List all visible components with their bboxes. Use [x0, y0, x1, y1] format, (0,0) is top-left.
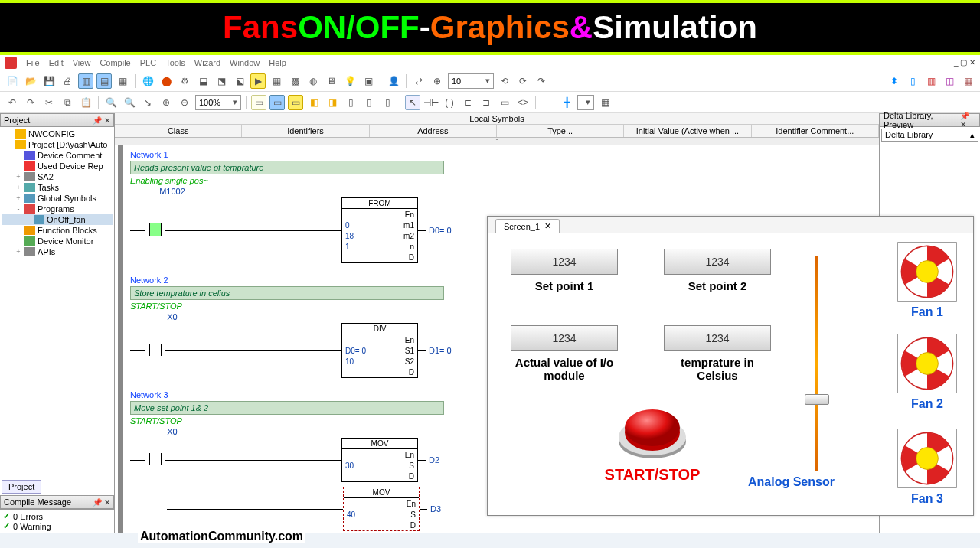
close-icon[interactable]: ✕	[544, 221, 551, 231]
undo-icon[interactable]: ↶	[5, 95, 20, 110]
column-header[interactable]: Class	[115, 125, 242, 137]
transfer-icon[interactable]: ⇄	[411, 73, 426, 89]
zoom-combo[interactable]: 10	[448, 73, 494, 89]
project-tree[interactable]: NWCONFIG-Project [D:\yash\Auto Device Co…	[0, 127, 114, 478]
compare-icon[interactable]: <>	[515, 95, 531, 110]
monitor-icon[interactable]: 🖥	[324, 73, 339, 89]
ld7-icon[interactable]: ▯	[361, 95, 377, 110]
rtool5-icon[interactable]: ▦	[960, 73, 975, 89]
rtool2-icon[interactable]: ▯	[905, 73, 920, 89]
menu-file[interactable]: File	[26, 58, 40, 67]
tool3-icon[interactable]: ⬔	[214, 73, 229, 89]
tree-item[interactable]: +SA2	[2, 171, 113, 182]
column-header[interactable]: Identifier Comment...	[752, 125, 879, 137]
column-header[interactable]: Initial Value (Active when ...	[624, 125, 751, 137]
refresh-icon[interactable]: ⟲	[497, 73, 512, 89]
rtool1-icon[interactable]: ⬍	[887, 73, 902, 89]
block-icon[interactable]: ▭	[497, 95, 512, 110]
branch2-icon[interactable]: ⊐	[479, 95, 494, 110]
step-icon[interactable]: ↷	[534, 73, 549, 89]
tool8-icon[interactable]: ▣	[361, 73, 376, 89]
numeric-display[interactable]: 1234Actual value of I/o module	[511, 325, 618, 382]
zoomin-icon[interactable]: ⊕	[158, 95, 174, 110]
splitter[interactable]: ˆ	[115, 138, 879, 145]
window1-icon[interactable]: ▥	[78, 73, 93, 89]
zoom-pct-combo[interactable]: 100%	[195, 95, 241, 110]
tree-item[interactable]: OnOff_fan	[2, 214, 113, 225]
cursor-icon[interactable]: ↖	[405, 95, 420, 110]
tree-item[interactable]: -Programs	[2, 204, 113, 214]
menu-tools[interactable]: Tools	[165, 58, 185, 67]
numeric-display[interactable]: 1234temprature in Celsius	[664, 325, 771, 382]
numeric-display[interactable]: 1234Set point 2	[664, 249, 771, 292]
tree-item[interactable]: +Tasks	[2, 182, 113, 193]
cut-icon[interactable]: ✂	[41, 95, 57, 110]
numeric-display[interactable]: 1234Set point 1	[511, 249, 618, 292]
grid-icon[interactable]: ▦	[597, 95, 612, 110]
library-select[interactable]: Delta Library▴	[881, 129, 978, 142]
ld2-icon[interactable]: ▭	[270, 95, 285, 110]
coil-icon[interactable]: ( )	[442, 95, 457, 110]
tree-item[interactable]: Device Monitor	[2, 236, 113, 246]
tool-icon[interactable]: ⚙	[177, 73, 192, 89]
person-icon[interactable]: 👤	[386, 73, 401, 89]
menu-help[interactable]: Help	[269, 58, 286, 67]
tool2-icon[interactable]: ⬓	[195, 73, 211, 89]
empty-combo[interactable]	[577, 95, 594, 110]
menu-edit[interactable]: Edit	[49, 58, 64, 67]
branch1-icon[interactable]: ⊏	[460, 95, 475, 110]
globe2-icon[interactable]: ⊕	[430, 73, 445, 89]
redo-icon[interactable]: ⟳	[515, 73, 531, 89]
tree-item[interactable]: NWCONFIG	[2, 129, 113, 139]
analog-slider[interactable]	[794, 256, 840, 471]
ld1-icon[interactable]: ▭	[251, 95, 266, 110]
ld8-icon[interactable]: ▯	[380, 95, 395, 110]
bulb-icon[interactable]: 💡	[342, 73, 358, 89]
contact-icon[interactable]: ⊣⊢	[423, 95, 439, 110]
copy-icon[interactable]: ⧉	[60, 95, 75, 110]
tree-item[interactable]: +Global Symbols	[2, 193, 113, 204]
menu-wizard[interactable]: Wizard	[194, 58, 220, 67]
pin-icon[interactable]: 📌 ✕	[93, 116, 110, 125]
tree-item[interactable]: Device Comment	[2, 150, 113, 161]
new-icon[interactable]: 📄	[5, 73, 20, 89]
line-icon[interactable]: —	[541, 95, 556, 110]
open-icon[interactable]: 📂	[23, 73, 38, 89]
slider-thumb[interactable]	[805, 394, 829, 405]
tree-item[interactable]: Used Device Rep	[2, 161, 113, 171]
project-tab[interactable]: Project	[2, 480, 41, 494]
zoomout-icon[interactable]: ⊖	[177, 95, 192, 110]
tree-item[interactable]: Function Blocks	[2, 225, 113, 236]
screen-tab[interactable]: Screen_1✕	[495, 219, 560, 233]
tool4-icon[interactable]: ⬕	[232, 73, 247, 89]
column-header[interactable]: Type...	[497, 125, 624, 137]
rtool3-icon[interactable]: ▥	[923, 73, 939, 89]
window3-icon[interactable]: ▦	[115, 73, 130, 89]
paste-icon[interactable]: 📋	[78, 95, 93, 110]
window-controls[interactable]: _ ▢ ✕	[954, 58, 975, 67]
redo2-icon[interactable]: ↷	[23, 95, 38, 110]
find-icon[interactable]: 🔍	[103, 95, 119, 110]
window2-icon[interactable]: ▤	[96, 73, 112, 89]
menu-view[interactable]: View	[73, 58, 91, 67]
tree-item[interactable]: +APIs	[2, 246, 113, 257]
menu-plc[interactable]: PLC	[140, 58, 156, 67]
simulate-icon[interactable]: ▶	[250, 73, 266, 89]
plus-icon[interactable]: ╋	[559, 95, 574, 110]
ld6-icon[interactable]: ▯	[343, 95, 358, 110]
menu-compile[interactable]: Compile	[100, 58, 130, 67]
menu-window[interactable]: Window	[230, 58, 260, 67]
globe-icon[interactable]: 🌐	[140, 73, 155, 89]
tool5-icon[interactable]: ▦	[269, 73, 284, 89]
stop-icon[interactable]: ⬤	[158, 73, 174, 89]
print-icon[interactable]: 🖨	[60, 73, 75, 89]
tool6-icon[interactable]: ▩	[287, 73, 302, 89]
rtool4-icon[interactable]: ◫	[942, 73, 957, 89]
column-header[interactable]: Identifiers	[242, 125, 369, 137]
column-header[interactable]: Address	[370, 125, 497, 137]
tool7-icon[interactable]: ◍	[305, 73, 321, 89]
save-icon[interactable]: 💾	[41, 73, 57, 89]
ld4-icon[interactable]: ◧	[306, 95, 322, 110]
ld3-icon[interactable]: ▭	[288, 95, 303, 110]
findnext-icon[interactable]: 🔍	[122, 95, 137, 110]
